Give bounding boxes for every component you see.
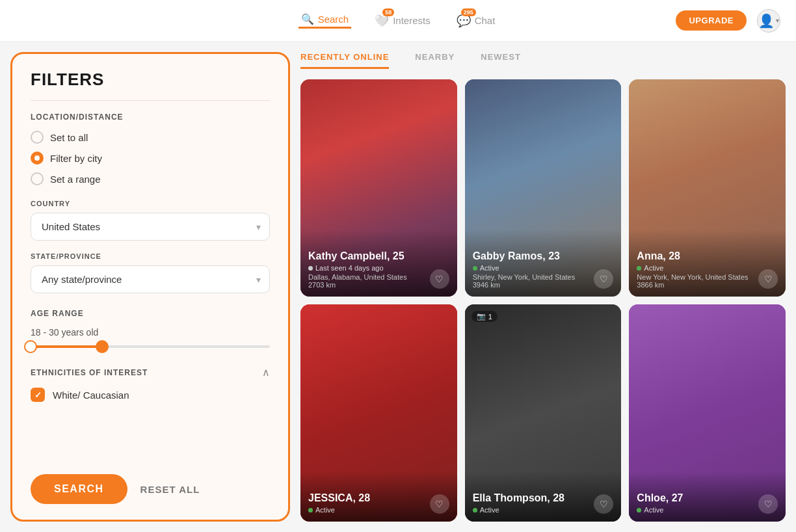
profile-status-1: Last seen 4 days ago bbox=[308, 264, 449, 272]
profile-status-text-4: Active bbox=[315, 506, 335, 514]
state-select[interactable]: Any state/province Alabama Alaska Arizon… bbox=[31, 265, 270, 293]
header-right: UPGRADE 👤 ▾ bbox=[589, 9, 780, 33]
radio-circle-set-a-range bbox=[31, 172, 44, 185]
country-select-wrapper: United States Canada United Kingdom Aust… bbox=[31, 213, 270, 241]
chat-badge: 295 bbox=[461, 8, 476, 16]
ethnicity-white-caucasian[interactable]: ✓ White/ Caucasian bbox=[31, 388, 270, 402]
nav-search[interactable]: 🔍 Search bbox=[298, 13, 352, 29]
checkbox-white-caucasian: ✓ bbox=[31, 388, 45, 402]
profile-name-6: Chloe, 27 bbox=[637, 492, 778, 504]
status-dot-1 bbox=[308, 266, 313, 271]
profile-status-5: Active bbox=[473, 506, 614, 514]
radio-filter-by-city-label: Filter by city bbox=[50, 153, 102, 164]
interests-icon-wrap: 🤍 58 bbox=[375, 14, 389, 28]
profile-status-3: Active bbox=[637, 264, 778, 272]
heart-button-4[interactable]: ♡ bbox=[430, 494, 449, 514]
search-button[interactable]: SEARCH bbox=[31, 474, 127, 504]
profile-card-6[interactable]: Chloe, 27 Active ♡ bbox=[629, 304, 786, 522]
location-section-label: LOCATION/DISTANCE bbox=[31, 113, 270, 122]
profile-name-5: Ella Thompson, 28 bbox=[473, 492, 614, 504]
collapse-icon[interactable]: ∧ bbox=[262, 366, 270, 379]
profiles-grid: Kathy Campbell, 25 Last seen 4 days ago … bbox=[300, 79, 786, 522]
radio-set-to-all[interactable]: Set to all bbox=[31, 131, 270, 144]
heart-button-1[interactable]: ♡ bbox=[430, 269, 449, 289]
profile-location-2: Shirley, New York, United States bbox=[473, 273, 614, 281]
radio-set-a-range[interactable]: Set a range bbox=[31, 172, 270, 185]
profile-card-2[interactable]: Gabby Ramos, 23 Active Shirley, New York… bbox=[465, 79, 622, 297]
chevron-down-icon: ▾ bbox=[776, 17, 779, 24]
profile-name-2: Gabby Ramos, 23 bbox=[473, 250, 614, 262]
chat-icon-wrap: 💬 295 bbox=[457, 14, 471, 28]
nav-chat[interactable]: 💬 295 Chat bbox=[454, 14, 498, 28]
photo-count-5: 📷 1 bbox=[471, 311, 498, 322]
age-slider-track[interactable] bbox=[31, 345, 270, 348]
profile-location-1: Dallas, Alabama, United States bbox=[308, 273, 449, 281]
upgrade-button[interactable]: UPGRADE bbox=[676, 10, 747, 31]
country-field-label: COUNTRY bbox=[31, 200, 270, 207]
nav-interests[interactable]: 🤍 58 Interests bbox=[372, 14, 433, 28]
ethnicity-header: ETHNICITIES OF INTEREST ∧ bbox=[31, 366, 270, 379]
radio-circle-filter-by-city bbox=[31, 152, 44, 165]
tab-recently-online[interactable]: RECENTLY ONLINE bbox=[300, 52, 389, 69]
ethnicity-section: ETHNICITIES OF INTEREST ∧ ✓ White/ Cauca… bbox=[31, 366, 270, 410]
age-slider-thumb-left[interactable] bbox=[24, 340, 37, 353]
header-nav: 🔍 Search 🤍 58 Interests 💬 295 Chat bbox=[207, 13, 589, 29]
profile-card-4[interactable]: JESSICA, 28 Active ♡ bbox=[300, 304, 457, 522]
status-dot-2 bbox=[473, 266, 477, 271]
profile-name-3: Anna, 28 bbox=[637, 250, 778, 262]
header: 🔍 Search 🤍 58 Interests 💬 295 Chat UPGRA… bbox=[0, 0, 796, 42]
radio-circle-set-to-all bbox=[31, 131, 44, 144]
profile-status-4: Active bbox=[308, 506, 449, 514]
profile-distance-1: 2703 km bbox=[308, 281, 449, 289]
status-dot-5 bbox=[473, 508, 477, 512]
profile-status-6: Active bbox=[637, 506, 778, 514]
avatar-icon: 👤 bbox=[758, 13, 775, 29]
status-dot-4 bbox=[308, 508, 313, 512]
profile-card-3[interactable]: Anna, 28 Active New York, New York, Unit… bbox=[629, 79, 786, 297]
nav-search-label: Search bbox=[318, 14, 349, 25]
profile-card-1[interactable]: Kathy Campbell, 25 Last seen 4 days ago … bbox=[300, 79, 457, 297]
filter-panel: FILTERS LOCATION/DISTANCE Set to all Fil… bbox=[10, 52, 290, 522]
profile-status-text-2: Active bbox=[480, 264, 499, 272]
state-field-label: STATE/PROVINCE bbox=[31, 252, 270, 260]
checkmark-icon: ✓ bbox=[34, 390, 42, 400]
profile-name-4: JESSICA, 28 bbox=[308, 492, 449, 504]
country-select[interactable]: United States Canada United Kingdom Aust… bbox=[31, 213, 270, 241]
tab-newest[interactable]: NEWEST bbox=[481, 52, 521, 69]
radio-set-to-all-label: Set to all bbox=[50, 132, 88, 143]
heart-button-3[interactable]: ♡ bbox=[758, 269, 778, 289]
profile-distance-3: 3866 km bbox=[637, 281, 778, 289]
status-dot-6 bbox=[637, 508, 641, 512]
nav-interests-label: Interests bbox=[393, 15, 431, 26]
tab-nearby[interactable]: NEARBY bbox=[415, 52, 455, 69]
age-range-text: 18 - 30 years old bbox=[31, 327, 270, 338]
age-range-section: AGE RANGE 18 - 30 years old bbox=[31, 309, 270, 351]
radio-set-a-range-label: Set a range bbox=[50, 174, 101, 185]
avatar-button[interactable]: 👤 ▾ bbox=[757, 9, 780, 33]
search-icon: 🔍 bbox=[301, 13, 314, 25]
profile-status-text-3: Active bbox=[644, 264, 663, 272]
filter-actions: SEARCH RESET ALL bbox=[31, 461, 270, 504]
main-content: FILTERS LOCATION/DISTANCE Set to all Fil… bbox=[0, 42, 796, 532]
filter-title: FILTERS bbox=[31, 70, 270, 90]
ethnicity-label: ETHNICITIES OF INTEREST bbox=[31, 368, 148, 377]
radio-filter-by-city[interactable]: Filter by city bbox=[31, 152, 270, 165]
profile-location-3: New York, New York, United States bbox=[637, 273, 778, 281]
location-radio-group: Set to all Filter by city Set a range bbox=[31, 131, 270, 185]
content-tabs: RECENTLY ONLINE NEARBY NEWEST bbox=[300, 42, 786, 69]
interests-badge: 58 bbox=[382, 8, 394, 16]
right-content: RECENTLY ONLINE NEARBY NEWEST Kathy Camp… bbox=[290, 42, 796, 532]
profile-name-1: Kathy Campbell, 25 bbox=[308, 250, 449, 262]
status-dot-3 bbox=[637, 266, 641, 271]
heart-button-6[interactable]: ♡ bbox=[758, 494, 778, 514]
profile-status-2: Active bbox=[473, 264, 614, 272]
reset-all-button[interactable]: RESET ALL bbox=[140, 484, 200, 495]
photo-count-text-5: 1 bbox=[488, 313, 492, 321]
profile-card-5[interactable]: 📷 1 Ella Thompson, 28 Active ♡ bbox=[465, 304, 622, 522]
ethnicity-white-caucasian-label: White/ Caucasian bbox=[53, 390, 129, 401]
profile-distance-2: 3946 km bbox=[473, 281, 614, 289]
age-slider-thumb-right[interactable] bbox=[96, 340, 109, 353]
nav-chat-label: Chat bbox=[475, 15, 496, 26]
profile-status-text-1: Last seen 4 days ago bbox=[315, 264, 384, 272]
age-range-label: AGE RANGE bbox=[31, 309, 270, 318]
